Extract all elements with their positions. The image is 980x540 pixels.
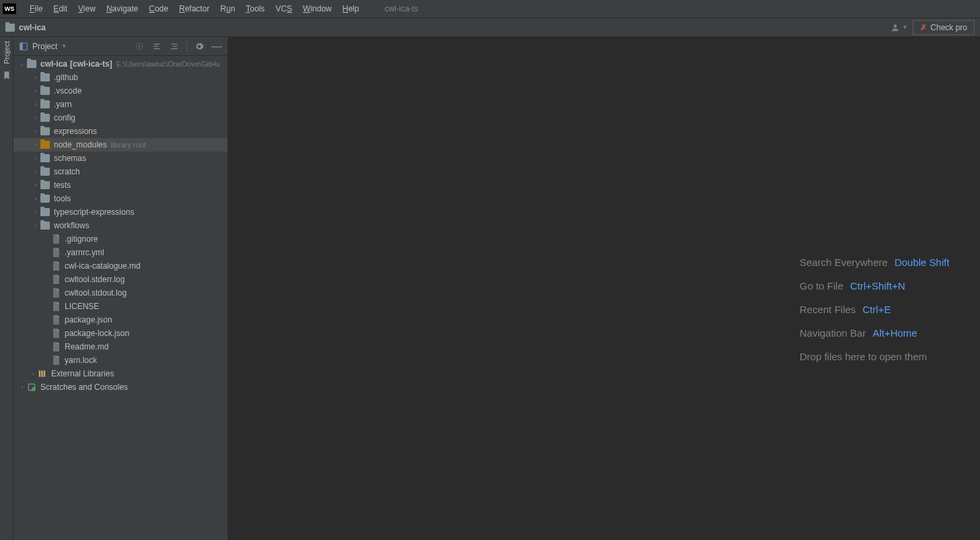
folder-icon [40, 87, 50, 95]
tree-file[interactable]: .gitignore [13, 232, 228, 246]
menu-run[interactable]: Run [215, 1, 240, 16]
menu-vcs[interactable]: VCS [270, 1, 298, 16]
menu-file[interactable]: File [24, 1, 48, 16]
app-logo: WS [3, 3, 16, 14]
folder-icon [40, 114, 50, 122]
svg-point-9 [32, 387, 36, 391]
menu-navigate[interactable]: Navigate [101, 1, 143, 16]
chevron-right-icon[interactable]: › [32, 195, 39, 202]
chevron-right-icon[interactable]: › [32, 114, 39, 121]
bookmarks-icon[interactable] [2, 71, 11, 80]
file-icon [51, 262, 61, 270]
tree-file[interactable]: .yarnrc.yml [13, 246, 228, 259]
breadcrumb-project[interactable]: cwl-ica [19, 23, 46, 32]
folder-icon [40, 100, 50, 108]
tree-folder[interactable]: › typescript-expressions [13, 205, 228, 219]
navigation-bar: cwl-ica ▼ ✗ Check pro [0, 18, 980, 37]
chevron-right-icon[interactable]: › [32, 209, 39, 215]
folder-icon [40, 127, 50, 135]
help-label: Drop files here to open them [800, 351, 927, 362]
file-icon [51, 329, 61, 337]
menu-tools[interactable]: Tools [240, 1, 270, 16]
hide-icon[interactable]: — [211, 41, 222, 52]
folder-icon [27, 60, 36, 68]
main-area: Project Project ▼ [0, 37, 980, 540]
collapse-all-icon[interactable] [169, 41, 180, 52]
rail-project-tab[interactable]: Project [3, 41, 11, 64]
svg-point-0 [894, 24, 897, 28]
help-label: Search Everywhere [800, 257, 888, 268]
tree-external-libraries[interactable]: › External Libraries [13, 367, 228, 380]
menu-edit[interactable]: Edit [48, 1, 73, 16]
help-hint: Drop files here to open them [800, 351, 950, 362]
svg-rect-5 [39, 370, 40, 376]
file-icon [51, 302, 61, 310]
folder-icon [40, 222, 50, 230]
tree-file[interactable]: cwltool.stdout.log [13, 286, 228, 300]
tree-folder[interactable]: › node_modules library root [13, 138, 228, 151]
editor-area[interactable]: Search EverywhereDouble ShiftGo to FileC… [228, 37, 980, 540]
menu-view[interactable]: View [73, 1, 101, 16]
chevron-right-icon[interactable]: › [32, 74, 39, 81]
menu-help[interactable]: Help [337, 1, 365, 16]
chevron-right-icon[interactable]: › [30, 370, 36, 377]
menu-code[interactable]: Code [143, 1, 174, 16]
chevron-down-icon[interactable]: ⌄ [19, 61, 26, 67]
chevron-right-icon[interactable]: › [32, 155, 39, 162]
help-shortcut: Ctrl+Shift+N [850, 280, 905, 292]
scratch-icon [27, 383, 36, 391]
tree-folder[interactable]: › expressions [13, 125, 228, 138]
file-icon [51, 289, 61, 297]
expand-all-icon[interactable] [151, 41, 162, 52]
help-hint: Recent FilesCtrl+E [800, 304, 950, 315]
chevron-right-icon[interactable]: › [32, 88, 39, 94]
file-icon [51, 343, 61, 351]
gear-icon[interactable] [194, 41, 205, 52]
svg-rect-2 [20, 42, 23, 50]
tree-folder[interactable]: › .vscode [13, 84, 228, 98]
file-icon [51, 356, 61, 364]
chevron-right-icon[interactable]: › [32, 182, 39, 189]
chevron-right-icon[interactable]: › [32, 128, 39, 135]
tree-folder[interactable]: › config [13, 111, 228, 125]
tree-root[interactable]: ⌄ cwl-ica [cwl-ica-ts] E:\Users\awluc\On… [13, 57, 228, 71]
tree-file[interactable]: package.json [13, 313, 228, 327]
tree-folder[interactable]: › tests [13, 178, 228, 192]
tree-file[interactable]: package-lock.json [13, 327, 228, 340]
tree-folder[interactable]: › schemas [13, 151, 228, 165]
account-button[interactable]: ▼ [890, 23, 907, 32]
tree-file[interactable]: yarn.lock [13, 353, 228, 367]
project-tree[interactable]: ⌄ cwl-ica [cwl-ica-ts] E:\Users\awluc\On… [13, 56, 228, 540]
folder-icon [40, 168, 50, 176]
tree-folder[interactable]: › .yarn [13, 98, 228, 111]
tree-folder[interactable]: › .github [13, 71, 228, 84]
chevron-right-icon[interactable]: › [19, 384, 26, 391]
tree-file[interactable]: cwl-ica-catalogue.md [13, 259, 228, 273]
svg-rect-7 [44, 370, 45, 376]
tree-file[interactable]: cwltool.stderr.log [13, 273, 228, 286]
chevron-right-icon[interactable]: › [32, 101, 39, 108]
chevron-down-icon[interactable]: ▼ [61, 43, 67, 49]
help-shortcut: Ctrl+E [862, 304, 890, 315]
locate-icon[interactable] [134, 41, 145, 52]
tree-folder[interactable]: › workflows [13, 219, 228, 232]
chevron-right-icon[interactable]: › [32, 168, 39, 175]
menu-window[interactable]: Window [298, 1, 337, 16]
folder-icon [40, 73, 50, 81]
tree-file[interactable]: LICENSE [13, 300, 228, 313]
panel-title[interactable]: Project [32, 42, 57, 51]
tree-folder[interactable]: › tools [13, 192, 228, 205]
folder-icon [40, 154, 50, 162]
main-menubar: WS File Edit View Navigate Code Refactor… [0, 0, 980, 18]
tree-folder[interactable]: › scratch [13, 165, 228, 178]
menu-refactor[interactable]: Refactor [174, 1, 215, 16]
check-project-button[interactable]: ✗ Check pro [913, 20, 975, 35]
tree-file[interactable]: Readme.md [13, 340, 228, 353]
help-label: Recent Files [800, 304, 855, 315]
chevron-right-icon[interactable]: › [32, 222, 39, 229]
chevron-right-icon[interactable]: › [32, 141, 39, 148]
tree-scratches[interactable]: › Scratches and Consoles [13, 380, 228, 394]
help-hint: Navigation BarAlt+Home [800, 327, 950, 339]
help-label: Go to File [800, 280, 843, 292]
help-hint: Go to FileCtrl+Shift+N [800, 280, 950, 292]
